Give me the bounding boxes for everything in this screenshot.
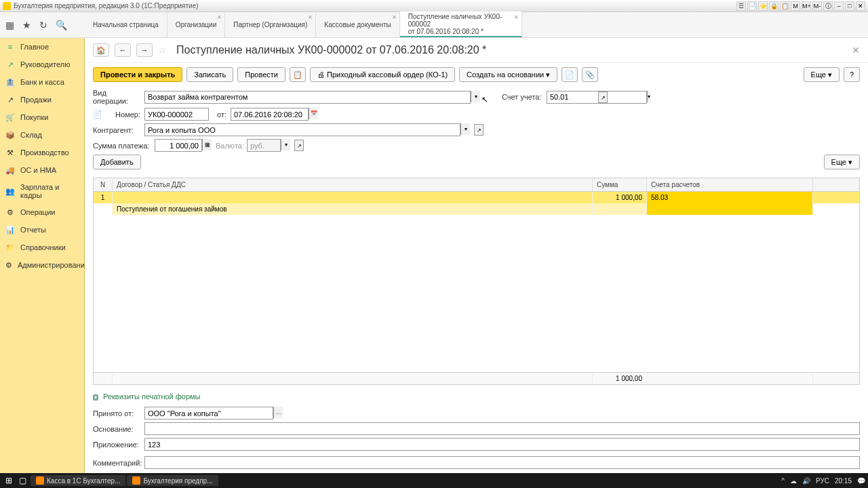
calendar-icon[interactable]: 📅 <box>309 108 318 119</box>
account-label: Счет учета: <box>502 93 542 101</box>
tab-home[interactable]: Начальная страница <box>85 12 167 37</box>
open-button[interactable]: ↗ <box>474 124 484 136</box>
open-button[interactable]: ↗ <box>598 92 608 103</box>
wbtn[interactable]: М+ <box>802 1 811 11</box>
cart-icon: 🛒 <box>5 113 15 122</box>
start-button[interactable]: ⊞ <box>3 476 15 485</box>
dropdown-icon[interactable]: ▾ <box>471 91 480 102</box>
tab-organizations[interactable]: Организации✕ <box>167 12 225 37</box>
counterparty-field[interactable] <box>144 123 460 136</box>
comment-field[interactable] <box>144 456 860 469</box>
wbtn[interactable]: М- <box>812 1 822 11</box>
apps-icon[interactable]: ▦ <box>5 20 14 30</box>
more-button[interactable]: Еще ▾ <box>804 67 840 82</box>
dropdown-icon[interactable]: ▾ <box>460 123 470 135</box>
post-and-close-button[interactable]: Провести и закрыть <box>93 67 182 82</box>
currency-label: Валюта: <box>216 142 243 150</box>
date-field[interactable] <box>231 108 309 121</box>
dropdown-icon[interactable]: ▾ <box>647 91 650 102</box>
payment-table: N Договор / Статья ДДС Сумма Счета расче… <box>93 178 860 385</box>
tab-close-icon[interactable]: ✕ <box>217 14 222 20</box>
dt-kt-button[interactable]: 📋 <box>290 67 306 82</box>
wbtn[interactable]: ⭐ <box>758 1 768 11</box>
sidebar-item-manager[interactable]: ↗Руководителю <box>0 56 84 73</box>
sidebar-item-salary[interactable]: 👥Зарплата и кадры <box>0 179 84 203</box>
wbtn[interactable]: 📄 <box>747 1 757 11</box>
post-button[interactable]: Провести <box>237 67 285 82</box>
sidebar-item-assets[interactable]: 🚚ОС и НМА <box>0 161 84 179</box>
sidebar-item-main[interactable]: ≡Главное <box>0 38 84 56</box>
select-button[interactable]: … <box>273 407 283 418</box>
sidebar-item-bank[interactable]: 🏦Банк и касса <box>0 73 84 91</box>
wbtn[interactable]: ⓘ <box>823 1 833 11</box>
table-more-button[interactable]: Еще ▾ <box>824 155 860 169</box>
print-section-toggle[interactable]: ▾ Реквизиты печатной формы <box>93 390 860 403</box>
task-view-icon[interactable]: ▢ <box>16 476 29 485</box>
received-from-field[interactable] <box>144 407 273 420</box>
tab-close-icon[interactable]: ✕ <box>392 14 397 20</box>
account-field[interactable] <box>547 91 647 104</box>
wbtn[interactable]: 📋 <box>780 1 789 11</box>
sidebar-item-catalogs[interactable]: 📁Справочники <box>0 239 84 256</box>
basis-field[interactable] <box>144 422 860 435</box>
search-icon[interactable]: 🔍 <box>56 20 67 30</box>
open-button[interactable]: ↗ <box>294 140 304 151</box>
maximize-button[interactable]: □ <box>845 1 854 11</box>
taskbar-item[interactable]: Касса в 1С Бухгалтер... <box>31 475 125 486</box>
icon-button-1[interactable]: 📄 <box>561 67 578 82</box>
favorite-icon[interactable]: ☆ <box>158 45 167 56</box>
sidebar-item-operations[interactable]: ⚙Операции <box>0 203 84 221</box>
accounts-cell[interactable]: 58.03 <box>647 192 813 203</box>
number-field[interactable] <box>144 108 209 121</box>
wbtn[interactable]: ☰ <box>736 1 746 11</box>
col-sum[interactable]: Сумма <box>593 178 647 191</box>
wbtn[interactable]: М <box>791 1 800 11</box>
table-row[interactable]: Поступления от погашения займов <box>94 203 859 215</box>
sidebar-item-sales[interactable]: ↗Продажи <box>0 91 84 108</box>
forward-button[interactable]: → <box>136 43 153 57</box>
help-button[interactable]: ? <box>844 67 860 82</box>
print-order-button[interactable]: 🖨 Приходный кассовый ордер (КО-1) <box>310 67 455 82</box>
tray-icon[interactable]: ^ <box>781 477 785 485</box>
document-close-icon[interactable]: ✕ <box>852 45 860 56</box>
sidebar-item-reports[interactable]: 📊Отчеты <box>0 221 84 239</box>
save-button[interactable]: Записать <box>186 67 233 82</box>
create-based-button[interactable]: Создать на основании ▾ <box>459 67 557 82</box>
operation-type-field[interactable] <box>144 91 471 104</box>
app-logo-icon <box>3 2 11 10</box>
col-n[interactable]: N <box>94 178 113 191</box>
tab-current-doc[interactable]: Поступление наличных УК00-000002от 07.06… <box>400 12 522 37</box>
tray-icon[interactable]: 🔊 <box>802 477 810 485</box>
notifications-icon[interactable]: 💬 <box>857 477 865 485</box>
history-icon[interactable]: ↻ <box>39 20 47 30</box>
dropdown-icon[interactable]: ▾ <box>281 139 290 150</box>
language-indicator[interactable]: РУС <box>816 477 829 485</box>
tab-cash-docs[interactable]: Кассовые документы✕ <box>316 12 399 37</box>
tray-icon[interactable]: ☁ <box>790 477 797 485</box>
favorites-icon[interactable]: ★ <box>22 20 31 30</box>
sidebar-item-purchases[interactable]: 🛒Покупки <box>0 108 84 126</box>
back-button[interactable]: ← <box>115 43 131 57</box>
sidebar-item-production[interactable]: ⚒Производство <box>0 144 84 161</box>
sidebar-item-warehouse[interactable]: 📦Склад <box>0 126 84 144</box>
calc-icon[interactable]: ▦ <box>202 139 212 150</box>
windows-taskbar: ⊞ ▢ Касса в 1С Бухгалтер... Бухгалтерия … <box>0 473 868 488</box>
clock[interactable]: 20:15 <box>835 477 852 485</box>
table-row[interactable]: 1 1 000,00 58.03 <box>94 192 859 203</box>
document-title: Поступление наличных УК00-000002 от 07.0… <box>176 44 486 56</box>
attach-button[interactable]: 📎 <box>582 67 598 82</box>
tab-close-icon[interactable]: ✕ <box>514 14 519 20</box>
home-button[interactable]: 🏠 <box>93 43 109 57</box>
close-button[interactable]: ✕ <box>856 1 865 11</box>
col-contract[interactable]: Договор / Статья ДДС <box>113 178 593 191</box>
minimize-button[interactable]: – <box>834 1 844 11</box>
tab-partner[interactable]: Партнер (Организация)✕ <box>225 12 316 37</box>
sidebar-item-admin[interactable]: ⚙Администрирование <box>0 256 84 274</box>
attachment-field[interactable] <box>144 438 860 451</box>
col-accounts[interactable]: Счета расчетов <box>647 178 813 191</box>
wbtn[interactable]: 🔒 <box>769 1 778 11</box>
tab-close-icon[interactable]: ✕ <box>308 14 313 20</box>
amount-field[interactable] <box>155 139 202 152</box>
taskbar-item[interactable]: Бухгалтерия предпр... <box>127 475 218 486</box>
add-row-button[interactable]: Добавить <box>93 155 141 169</box>
